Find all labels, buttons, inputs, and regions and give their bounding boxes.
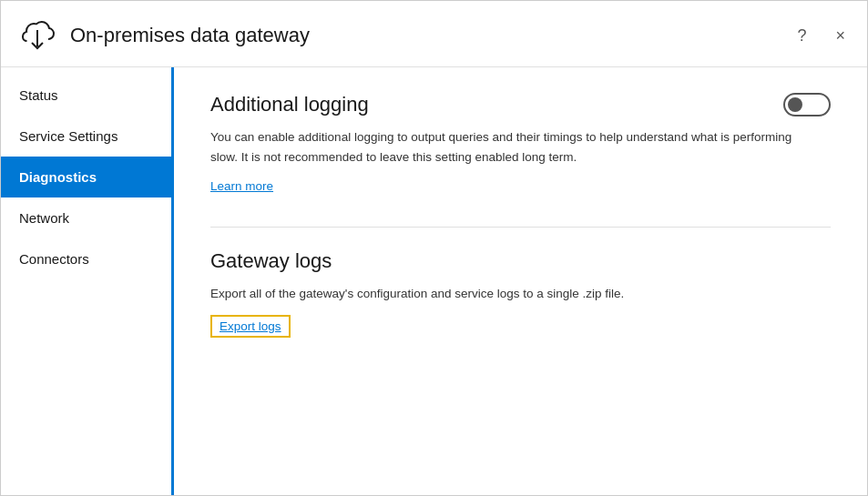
gateway-logs-description: Export all of the gateway's configuratio… xyxy=(210,284,793,304)
toggle-knob xyxy=(788,97,802,112)
sidebar-item-diagnostics[interactable]: Diagnostics xyxy=(1,157,171,197)
title-actions: ? × xyxy=(790,23,853,49)
learn-more-link[interactable]: Learn more xyxy=(210,179,273,193)
app-title: On-premises data gateway xyxy=(70,24,310,47)
sidebar-item-status[interactable]: Status xyxy=(1,75,171,116)
additional-logging-description: You can enable additional logging to out… xyxy=(210,127,793,167)
close-button[interactable]: × xyxy=(828,23,853,49)
sidebar-item-network[interactable]: Network xyxy=(1,197,171,238)
toggle-track xyxy=(783,93,831,116)
sidebar-item-connectors[interactable]: Connectors xyxy=(1,238,171,279)
content-area: Additional logging You can enable additi… xyxy=(174,67,867,495)
additional-logging-toggle[interactable] xyxy=(783,93,831,116)
gateway-logs-title: Gateway logs xyxy=(210,249,332,272)
section-divider xyxy=(210,227,831,228)
additional-logging-section: Additional logging You can enable additi… xyxy=(210,93,831,194)
sidebar-item-service-settings[interactable]: Service Settings xyxy=(1,116,171,157)
main-layout: Status Service Settings Diagnostics Netw… xyxy=(1,67,867,495)
additional-logging-title: Additional logging xyxy=(210,93,369,116)
cloud-icon xyxy=(15,12,59,59)
title-left: On-premises data gateway xyxy=(15,12,310,59)
sidebar: Status Service Settings Diagnostics Netw… xyxy=(1,67,174,495)
title-bar: On-premises data gateway ? × xyxy=(1,1,867,67)
gateway-logs-section: Gateway logs Export all of the gateway's… xyxy=(210,249,831,338)
help-button[interactable]: ? xyxy=(790,23,813,49)
export-logs-link[interactable]: Export logs xyxy=(210,315,291,338)
additional-logging-header: Additional logging xyxy=(210,93,831,116)
